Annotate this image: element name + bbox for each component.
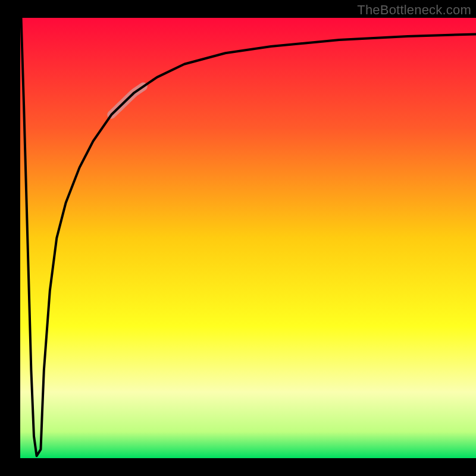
watermark-text: TheBottleneck.com bbox=[357, 2, 471, 18]
chart-background bbox=[20, 18, 476, 458]
chart-plot-area bbox=[20, 18, 476, 458]
chart-svg bbox=[20, 18, 476, 458]
